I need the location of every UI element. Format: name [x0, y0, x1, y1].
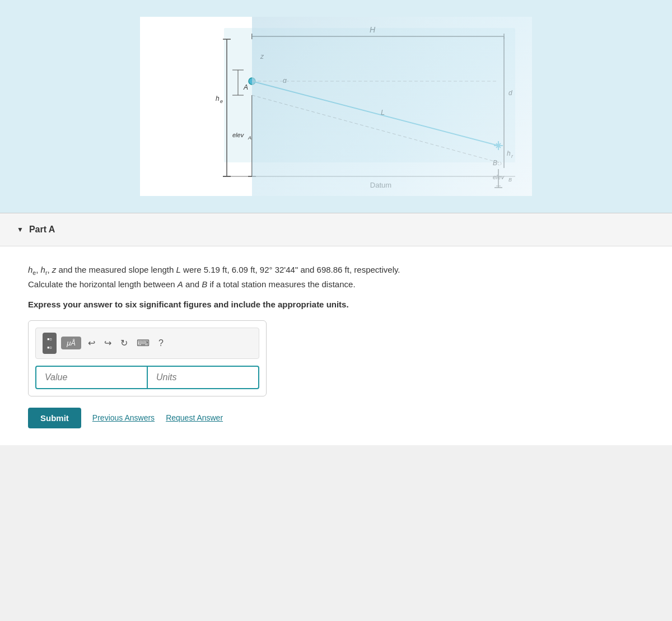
question-section: he, hr, z and the measured slope length … — [0, 246, 672, 445]
actions-row: Submit Previous Answers Request Answer — [28, 408, 644, 428]
part-a-section: ▼ Part A — [0, 213, 672, 246]
undo-icon: ↩ — [88, 338, 95, 348]
keyboard-icon: ⌨ — [137, 338, 150, 348]
sky-background — [252, 17, 532, 196]
matrix-icon: ▪▫▪▫ — [47, 335, 52, 352]
redo-button[interactable]: ↪ — [102, 337, 114, 349]
svg-text:A: A — [243, 83, 248, 91]
previous-answers-button[interactable]: Previous Answers — [92, 413, 155, 422]
svg-text:e: e — [220, 99, 223, 104]
mu-button[interactable]: μÅ — [61, 337, 81, 349]
collapse-arrow-icon[interactable]: ▼ — [17, 226, 24, 234]
answer-box: ▪▫▪▫ μÅ ↩ ↪ ↻ ⌨ ? — [28, 320, 267, 396]
refresh-icon: ↻ — [120, 338, 128, 348]
matrix-button[interactable]: ▪▫▪▫ — [43, 333, 57, 354]
keyboard-button[interactable]: ⌨ — [134, 337, 152, 349]
mu-label: μÅ — [67, 339, 76, 347]
toolbar: ▪▫▪▫ μÅ ↩ ↪ ↻ ⌨ ? — [35, 328, 259, 359]
svg-text:h: h — [216, 95, 220, 102]
part-header[interactable]: ▼ Part A — [17, 225, 655, 235]
submit-button[interactable]: Submit — [28, 408, 81, 428]
value-input[interactable] — [35, 366, 147, 389]
question-text: he, hr, z and the measured slope length … — [28, 263, 644, 291]
help-icon: ? — [158, 338, 164, 348]
input-row — [35, 366, 259, 389]
diagram-section: H z α h e A L — [0, 0, 672, 213]
request-answer-button[interactable]: Request Answer — [166, 413, 223, 422]
units-input[interactable] — [147, 366, 259, 389]
diagram-container: H z α h e A L — [140, 17, 532, 196]
undo-button[interactable]: ↩ — [86, 337, 97, 349]
refresh-button[interactable]: ↻ — [118, 337, 130, 349]
question-bold-instruction: Express your answer to six significant f… — [28, 300, 644, 309]
help-button[interactable]: ? — [156, 337, 166, 349]
svg-text:elev: elev — [232, 132, 245, 138]
svg-text:A: A — [248, 135, 251, 141]
part-title: Part A — [29, 225, 55, 235]
redo-icon: ↪ — [104, 338, 111, 348]
